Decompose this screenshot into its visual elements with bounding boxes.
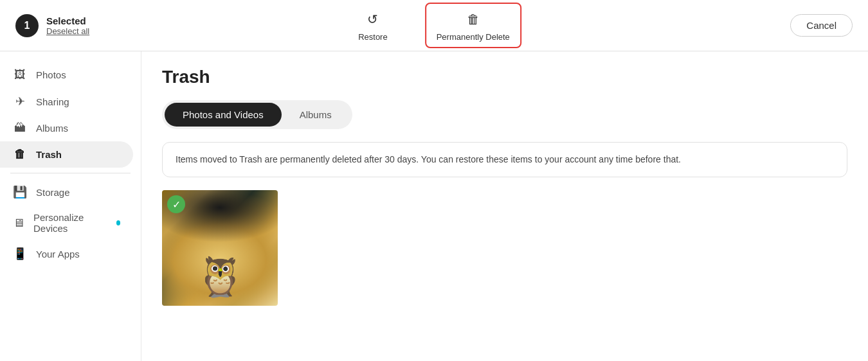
sidebar-item-storage[interactable]: 💾 Storage <box>0 179 133 206</box>
sidebar-item-photos[interactable]: 🖼 Photos <box>0 62 133 88</box>
photos-icon: 🖼 <box>13 68 27 82</box>
sidebar-item-trash[interactable]: 🗑 Trash <box>0 141 133 168</box>
sidebar-item-albums[interactable]: 🏔 Albums <box>0 115 133 141</box>
restore-label: Restore <box>358 32 388 42</box>
tab-albums[interactable]: Albums <box>282 103 350 127</box>
photos-grid: ✓ <box>162 190 847 306</box>
sidebar-albums-label: Albums <box>36 123 68 134</box>
tab-photos-videos[interactable]: Photos and Videos <box>165 103 282 127</box>
sidebar-item-your-apps[interactable]: 📱 Your Apps <box>0 240 133 267</box>
info-banner: Items moved to Trash are permanently del… <box>162 142 847 177</box>
sidebar-sharing-label: Sharing <box>36 96 69 107</box>
your-apps-icon: 📱 <box>13 247 27 261</box>
content-area: Trash Photos and Videos Albums Items mov… <box>141 51 868 361</box>
toolbar-right: Cancel <box>790 14 853 37</box>
selected-title: Selected <box>46 15 89 26</box>
deselect-all-link[interactable]: Deselect all <box>46 26 89 36</box>
permanently-delete-action[interactable]: 🗑 Permanently Delete <box>425 3 521 48</box>
permanently-delete-icon: 🗑 <box>463 9 484 30</box>
personalize-icon: 🖥 <box>13 216 24 230</box>
page-title: Trash <box>162 67 847 87</box>
selected-info: Selected Deselect all <box>46 15 89 36</box>
sidebar-divider <box>10 173 131 173</box>
personalize-notification-dot <box>116 220 120 225</box>
sidebar-trash-label: Trash <box>36 149 62 160</box>
storage-icon: 💾 <box>13 185 27 199</box>
sidebar: 🖼 Photos ✈ Sharing 🏔 Albums 🗑 Trash 💾 St… <box>0 51 141 361</box>
toolbar: 1 Selected Deselect all ↺ Restore 🗑 Perm… <box>0 0 868 51</box>
sidebar-your-apps-label: Your Apps <box>36 249 80 260</box>
albums-icon: 🏔 <box>13 121 27 135</box>
selected-count-badge: 1 <box>15 14 39 37</box>
toolbar-center: ↺ Restore 🗑 Permanently Delete <box>347 3 521 48</box>
sharing-icon: ✈ <box>13 94 27 109</box>
sidebar-storage-label: Storage <box>36 187 70 198</box>
photo-checkmark: ✓ <box>167 195 185 213</box>
main-layout: 🖼 Photos ✈ Sharing 🏔 Albums 🗑 Trash 💾 St… <box>0 51 868 361</box>
trash-icon: 🗑 <box>13 148 27 161</box>
restore-action[interactable]: ↺ Restore <box>347 3 399 48</box>
photo-item[interactable]: ✓ <box>162 190 278 306</box>
sidebar-item-personalize[interactable]: 🖥 Personalize Devices <box>0 206 133 240</box>
tabs-row: Photos and Videos Albums <box>162 100 352 129</box>
restore-icon: ↺ <box>363 9 383 30</box>
sidebar-personalize-label: Personalize Devices <box>33 212 104 234</box>
cancel-button[interactable]: Cancel <box>790 14 853 37</box>
sidebar-photos-label: Photos <box>36 69 66 80</box>
permanently-delete-label: Permanently Delete <box>437 32 510 42</box>
toolbar-left: 1 Selected Deselect all <box>15 14 89 37</box>
sidebar-item-sharing[interactable]: ✈ Sharing <box>0 88 133 115</box>
